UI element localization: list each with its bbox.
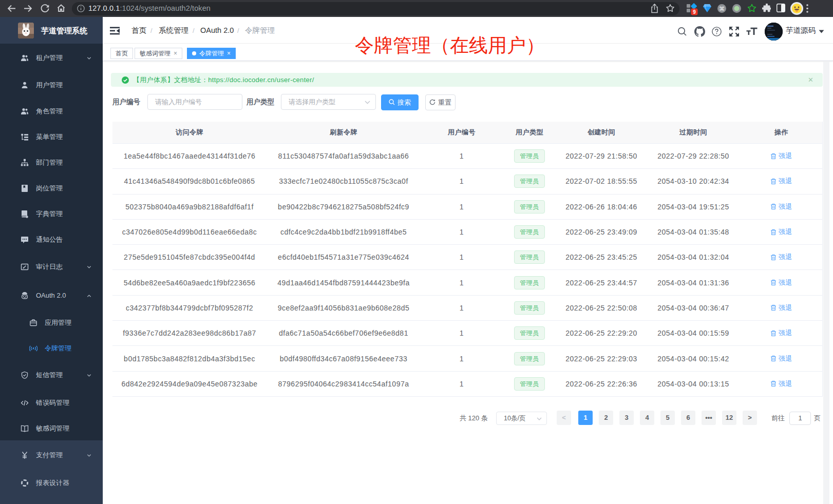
svg-text:⌘: ⌘: [719, 6, 725, 12]
svg-text:9: 9: [693, 9, 696, 15]
